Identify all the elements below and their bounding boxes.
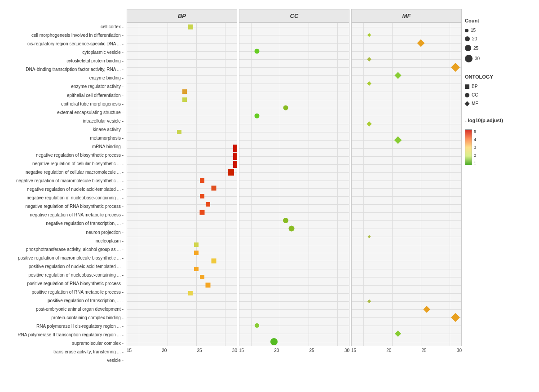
y-label: positive regulation of macromolecule bio… [18, 254, 124, 262]
y-label: negative regulation of RNA biosynthetic … [26, 202, 124, 211]
legend-count-dot [465, 36, 470, 41]
y-label: positive regulation of RNA metabolic pro… [31, 288, 124, 296]
y-label: neuron projection - [86, 228, 124, 237]
y-labels: cell cortex -cell morphogenesis involved… [9, 9, 126, 365]
y-label: RNA polymerase II transcription regulato… [18, 330, 124, 339]
legend-count-dot [465, 29, 468, 32]
data-point [182, 97, 187, 102]
data-point [233, 153, 237, 160]
data-point [194, 251, 199, 255]
legend-ontology-label: MF [472, 101, 478, 106]
data-point [200, 194, 204, 198]
x-tick: 25 [422, 348, 427, 353]
data-point [200, 275, 204, 279]
panel-bp [127, 22, 237, 346]
legend-color-title: - log10(p.adjust) [465, 118, 532, 123]
y-label: metamorphosis - [90, 134, 124, 142]
data-point [255, 323, 259, 328]
legend-ontology-item: MF [465, 101, 532, 106]
data-point [199, 210, 204, 215]
legend-ontology-label: CC [472, 92, 478, 97]
data-point [194, 267, 199, 271]
data-point [188, 24, 193, 29]
legend-count-dot [465, 55, 473, 62]
data-point [233, 161, 237, 168]
y-label: cytoplasmic vesicle - [82, 48, 124, 57]
panel-titles: BPCCMF [126, 9, 463, 22]
data-point [228, 169, 234, 176]
data-point [451, 313, 460, 322]
data-point [394, 72, 402, 79]
x-tick: 20 [162, 348, 167, 353]
data-point [367, 235, 371, 238]
data-point [188, 291, 193, 295]
legend-count-item: 30 [465, 55, 532, 62]
data-point [283, 105, 288, 110]
panel-mf [351, 22, 462, 346]
y-label: negative regulation of nucleobase-contai… [27, 194, 124, 202]
x-axis-area: 152025301520253015202530 [126, 346, 463, 364]
legend-ontology-label: BP [472, 84, 477, 89]
legend-count-label: 20 [472, 36, 477, 41]
x-tick: 20 [386, 348, 391, 353]
y-label: DNA-binding transcription factor activit… [26, 65, 124, 74]
legend-count-item: 20 [465, 36, 532, 41]
legend-ontology-shape-diamond [464, 101, 469, 106]
data-point [205, 283, 210, 288]
data-point [211, 186, 216, 191]
y-label: supramolecular complex - [72, 339, 124, 348]
data-point [417, 39, 425, 47]
data-point [451, 63, 460, 72]
y-label: negative regulation of biosynthetic proc… [36, 151, 124, 159]
data-point [283, 218, 288, 223]
y-label: epithelial cell differentiation - [67, 91, 124, 100]
legend-count-label: 30 [475, 56, 480, 61]
legend-color-label: 2 [474, 153, 476, 158]
legend-count-label: 25 [473, 46, 478, 51]
y-axis-label [0, 9, 9, 365]
panel-title-cc: CC [239, 9, 349, 22]
data-point [211, 259, 216, 264]
panel-cc [239, 22, 349, 346]
y-label: negative regulation of nucleic acid-temp… [27, 185, 124, 194]
legend-ontology-title: ONTOLOGY [465, 74, 532, 79]
y-label: mRNA binding - [92, 142, 124, 151]
panel-title-mf: MF [351, 9, 462, 22]
x-tick: 15 [127, 348, 132, 353]
data-point [367, 57, 371, 62]
chart-container: cell cortex -cell morphogenesis involved… [0, 0, 539, 392]
y-label: cis-regulatory region sequence-specific … [27, 40, 124, 48]
x-tick: 25 [197, 348, 202, 353]
data-point [206, 202, 210, 207]
data-point [395, 330, 401, 337]
y-label: vesicle - [107, 356, 124, 365]
panels-row [126, 22, 463, 346]
legend-color-label: 4 [474, 137, 476, 142]
y-label: cytoskeletal protein binding - [66, 57, 124, 65]
legend-ontology-item: CC [465, 92, 532, 97]
legend-color-gradient [465, 129, 472, 165]
data-point [270, 338, 278, 345]
panel-title-bp: BP [127, 9, 237, 22]
data-point [254, 113, 259, 118]
y-label: enzyme binding - [89, 74, 124, 82]
y-label: negative regulation of RNA metabolic pro… [30, 211, 124, 219]
data-point [394, 136, 402, 144]
y-label: cell morphogenesis involved in different… [31, 31, 124, 40]
data-point [182, 89, 187, 94]
y-label: negative regulation of cellular biosynth… [32, 159, 124, 168]
y-label: phosphotransferase activity, alcohol gro… [26, 245, 124, 254]
legend-count-item: 15 [465, 28, 532, 33]
y-label: transferase activity, transferring ... - [53, 348, 124, 356]
legend-area: Count15202530ONTOLOGYBPCCMF- log10(p.adj… [463, 9, 535, 365]
legend-color-label: 3 [474, 145, 476, 150]
y-label: negative regulation of cellular macromol… [26, 168, 124, 176]
x-tick: 30 [232, 348, 237, 353]
legend-ontology-shape-square [465, 84, 469, 89]
y-label: epithelial tube morphogenesis - [61, 100, 124, 108]
legend-color-label: 1 [474, 161, 476, 165]
data-point [194, 242, 199, 247]
data-point [177, 130, 181, 134]
data-point [367, 121, 371, 126]
data-point [233, 145, 237, 152]
